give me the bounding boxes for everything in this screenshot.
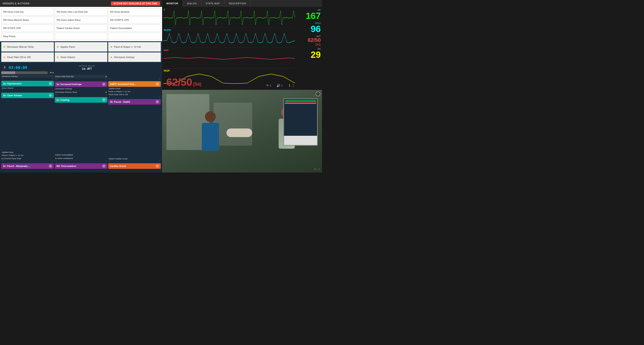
state-node-2aepi[interactable]: 2aEPI: Increased Inot... i: [108, 81, 161, 87]
info-icon-1b[interactable]: i: [49, 82, 52, 85]
col1-incorrect-pacer: Incorrect Pacer Rate: [4, 157, 21, 160]
info-icon-2aepi[interactable]: i: [156, 82, 159, 86]
action-btn-9[interactable]: Ring Phone: [1, 33, 54, 40]
orders-header: ORDERS & ACTIONS ACTION NOT AVAILABLE AT…: [0, 0, 162, 7]
state-node-1b-hypotension[interactable]: 1b: Hypotension i: [1, 81, 54, 86]
col2-progress-spacer: [55, 71, 107, 74]
camera-info-icon[interactable]: i: [316, 92, 320, 96]
quick-action-4[interactable]: ★ Gives Volume: [55, 53, 107, 62]
map-waveform-svg: [163, 49, 295, 68]
ecg-waveform-svg: [163, 8, 295, 28]
col3-chev-1a: ˅: [109, 78, 110, 81]
col1-connector-dot: ●: [1, 157, 3, 160]
state-node-3b-paced-stable[interactable]: 3b: Paced - Stable i: [108, 99, 161, 105]
pleth-waveform-row: PLETH: [163, 29, 295, 48]
bp-large-value: 62/50: [166, 76, 192, 88]
node-3c-label: 3c: Paced - Marginally ...: [3, 165, 30, 167]
chevron-1a: ˅: [2, 78, 3, 80]
quick-action-3[interactable]: ★ Pacer Rate 165 to 190: [1, 53, 54, 62]
tab-monitor[interactable]: MONITOR: [162, 0, 183, 7]
tab-description[interactable]: DESCRIPTION: [224, 0, 250, 7]
col2-gives-amiodarone: Gives Amiodarone: [57, 157, 73, 159]
action-btn-2[interactable]: RN Gives Atropine: [108, 8, 161, 16]
camera-expand-icon[interactable]: ⤢: [318, 167, 320, 171]
chevron-2b: ˅: [52, 90, 53, 92]
info-icon-2b[interactable]: i: [49, 94, 52, 97]
col2-chev-2a: ˅: [56, 94, 57, 97]
state-node-m2-oversedation[interactable]: M2: Oversedation i: [55, 163, 107, 169]
action-btn-3[interactable]: RN Gives Albumin Bolus: [1, 16, 54, 24]
quick-action-label-4: Gives Volume: [60, 56, 75, 59]
ecg-waveform-row: II: [163, 8, 295, 28]
info-icon-3c[interactable]: i: [49, 164, 52, 168]
state-col-1: 18 ● Increases Inotropy ˅ ˅ 1b: Hypotens…: [1, 71, 54, 169]
timer-display: 03:00:09: [8, 65, 27, 70]
node-1b-label: 1b: Hypotension: [3, 82, 22, 85]
col3-arrows-3: ˅ ˅: [108, 160, 161, 163]
quick-action-label-0: Decreases Warmer Temp: [7, 46, 34, 48]
spo2-vital: SPO2 96: [298, 22, 321, 34]
info-icon-cardiac-arrest[interactable]: i: [156, 164, 159, 168]
state-node-cardiac-arrest[interactable]: Cardiac Arrest i: [108, 163, 161, 169]
quick-action-5[interactable]: ★ Decreases Inotropy: [108, 53, 161, 62]
scene-background: i ↩ ⤢: [162, 90, 322, 173]
state-node-2b-gave-volume[interactable]: 2b: Gave Volume i: [1, 93, 54, 98]
info-icon-2c[interactable]: i: [102, 98, 106, 102]
node-2a-label: 2a: Increased Inotrope: [56, 83, 82, 86]
col2-chev-1b: ˅: [106, 79, 106, 81]
info-icon-3b[interactable]: i: [156, 100, 159, 104]
col3-applies-pacer: Applies Pacer: [108, 87, 161, 90]
eye-icon: 👁: [266, 84, 269, 87]
info-icon-m2[interactable]: i: [102, 164, 106, 168]
action-btn-5[interactable]: RN STARTS CPR: [108, 16, 161, 24]
rr-value: 29: [298, 50, 321, 59]
quick-action-0[interactable]: ★ Decreases Warmer Temp: [1, 42, 54, 52]
quick-action-2[interactable]: ★ Pacer A Output >= 12 mA: [108, 42, 161, 52]
tab-state-map[interactable]: STATE MAP: [201, 0, 224, 7]
col3-pacer-output: Pacer A Output >= 12 mA: [108, 90, 161, 93]
camera-view: i ↩ ⤢: [162, 90, 322, 173]
active-state-value: 1a: JET: [79, 67, 95, 70]
action-btn-1[interactable]: RN Gives Ultra Low Dose Epi: [55, 8, 107, 16]
col3-chev-1b: ˅: [159, 78, 160, 81]
monitor-line-2: [285, 101, 316, 102]
action-btn-7[interactable]: Patient Cardiac Arrest: [55, 25, 107, 32]
state-node-3c-paced-marginally[interactable]: 3c: Paced - Marginally ... i: [1, 163, 54, 169]
person-value: 1: [292, 84, 294, 87]
quick-action-1[interactable]: ★ Applies Pacer: [55, 42, 107, 52]
action-btn-11[interactable]: [108, 33, 161, 40]
col3-chev-2b: ˅: [159, 96, 160, 99]
col2-arrows-2: ˅ ˅: [55, 94, 107, 97]
col1-action-increases-inotropy: Increases Inotropy: [1, 75, 54, 78]
action-btn-0[interactable]: RN Gives Code Epi: [1, 8, 54, 16]
action-btn-6[interactable]: RN STOPS CPR: [1, 25, 54, 32]
camera-back-icon[interactable]: ↩: [314, 167, 316, 171]
monitor-tabs: MONITOR DIALOG STATE MAP DESCRIPTION: [162, 0, 322, 7]
col2-connector-3: ●: [55, 157, 57, 160]
monitor-display: II PLETH MAP: [162, 7, 322, 90]
chevron-2a: ˅: [2, 90, 3, 92]
col2-gives-code-dose: Gives Code Dose Epi ●: [55, 75, 107, 78]
art-value: 62/50: [298, 38, 321, 43]
col1-gives-volume: Gives Volume: [1, 87, 54, 89]
col2-gives-amiodarone-row: ● Gives Amiodarone: [55, 157, 107, 160]
sound-icon: 🔊: [276, 84, 280, 87]
quick-action-label-1: Applies Pacer: [60, 46, 75, 48]
state-node-2a-increased-inotrope[interactable]: 2a: Increased Inotrope i: [55, 81, 107, 87]
action-btn-4[interactable]: RN Gives Saline Bolus: [55, 16, 107, 24]
rr-vital: RR 29: [298, 48, 321, 59]
tab-dialog[interactable]: DIALOG: [183, 0, 201, 7]
col2-arrows-1: ˅ ˅: [55, 79, 107, 81]
col3-pacer-rate: Pacer Rate 165 to 190: [108, 93, 161, 96]
quick-action-label-2: Pacer A Output >= 12 mA: [114, 46, 141, 48]
runner-icon: 🏃: [2, 66, 7, 70]
col1-incorrect-pacer-row: ● Incorrect Pacer Rate: [1, 157, 54, 160]
right-monitor-screen: [284, 99, 317, 136]
node-3b-label: 3b: Paced - Stable: [110, 101, 130, 103]
quick-action-label-5: Decreases Inotropy: [114, 56, 134, 59]
info-icon-2a[interactable]: i: [102, 83, 106, 86]
action-btn-10[interactable]: [55, 33, 107, 40]
state-map-area: 🏃 03:00:09 ACTIVE STATE 1a: JET: [0, 63, 162, 173]
state-node-2c-cooling[interactable]: 2c: Cooling i: [55, 97, 107, 103]
action-btn-8[interactable]: Patient Oversedated: [108, 25, 161, 32]
